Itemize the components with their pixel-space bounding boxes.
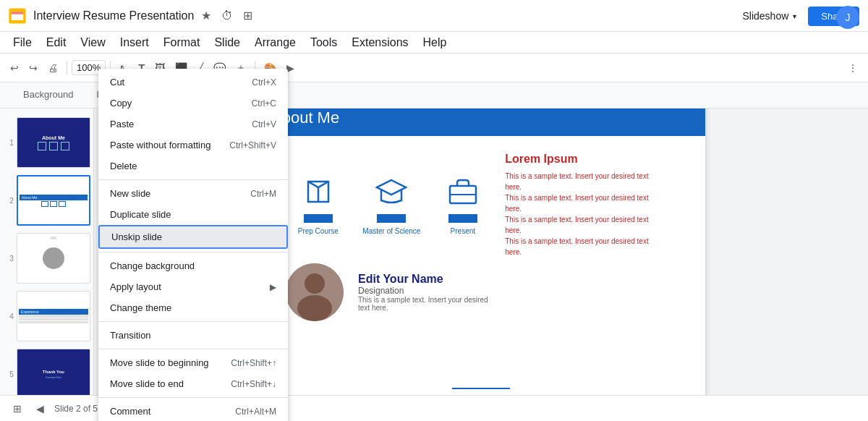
ctx-change-background[interactable]: Change background (98, 255, 288, 276)
toolbar-more[interactable]: ⋮ (843, 59, 862, 77)
menu-file[interactable]: File (6, 33, 39, 52)
ctx-divider-4 (98, 349, 288, 349)
slides-panel: 1 About Me 2 About Me (0, 109, 94, 421)
ctx-change-theme[interactable]: Change theme (98, 297, 288, 318)
profile-section: Edit Your Name Designation This is a sam… (257, 263, 705, 321)
slide-header: About Me (257, 109, 705, 136)
collapse-panel-btn[interactable]: ◀ (32, 400, 48, 417)
graduation-icon (373, 174, 409, 210)
profile-photo-area (286, 263, 344, 321)
icon-label-2: Master of Science (362, 227, 420, 235)
slide-icon-1: Prep Course (298, 174, 339, 235)
menu-edit[interactable]: Edit (39, 33, 74, 52)
menu-tools[interactable]: Tools (303, 33, 344, 52)
menu-slide[interactable]: Slide (207, 33, 247, 52)
ctx-duplicate-slide[interactable]: Duplicate slide (98, 204, 288, 225)
profile-text-area: Edit Your Name Designation This is a sam… (358, 273, 488, 312)
ctx-divider-1 (98, 179, 288, 180)
tab-background[interactable]: Background (12, 85, 85, 106)
ctx-unskip-slide[interactable]: Unskip slide (98, 225, 288, 249)
slide-2-number: 2 (3, 197, 14, 205)
ctx-comment[interactable]: Comment Ctrl+Alt+M (98, 401, 288, 421)
slide-icon-2: Master of Science (362, 174, 420, 235)
slide-5-number: 5 (3, 370, 14, 378)
icon-label-3: Present (451, 227, 475, 235)
title-area: Interview Resume Presentation ★ ⏱ ⊞ (33, 7, 255, 24)
svg-rect-2 (12, 12, 23, 14)
profile-sub-text: This is a sample text. Insert your desir… (358, 296, 488, 312)
slide-thumb-3[interactable] (17, 233, 90, 284)
book-icon (300, 174, 336, 210)
ctx-copy[interactable]: Copy Ctrl+C (98, 93, 288, 114)
svg-point-8 (297, 295, 332, 321)
header-actions: Slideshow ▾ Share J (736, 0, 868, 32)
icon-label-1: Prep Course (298, 227, 339, 235)
icon-bar-1 (304, 214, 333, 223)
icon-bar-2 (377, 214, 406, 223)
document-title: Interview Resume Presentation (33, 9, 194, 22)
lorem-text-4: This is a sample text. Insert your desir… (505, 236, 664, 258)
lorem-text-2: This is a sample text. Insert your desir… (505, 192, 664, 214)
ctx-delete[interactable]: Delete (98, 156, 288, 177)
ctx-divider-2 (98, 252, 288, 252)
lorem-title: Lorem Ipsum (505, 150, 664, 168)
menu-view[interactable]: View (73, 33, 112, 52)
star-icon[interactable]: ★ (198, 7, 214, 24)
menu-insert[interactable]: Insert (113, 33, 156, 52)
toolbar-print[interactable]: 🖨 (43, 59, 62, 77)
slide-thumb-2[interactable]: About Me (17, 175, 90, 226)
ctx-paste[interactable]: Paste Ctrl+V (98, 114, 288, 135)
icon-bar-3 (448, 214, 477, 223)
slides-view-btn[interactable]: ⊞ (9, 400, 26, 417)
ctx-transition[interactable]: Transition (98, 325, 288, 346)
move-to-drive-icon[interactable]: ⊞ (240, 7, 255, 24)
menu-bar: File Edit View Insert Format Slide Arran… (0, 32, 868, 54)
header-bar: Interview Resume Presentation ★ ⏱ ⊞ Slid… (0, 0, 868, 32)
user-avatar[interactable]: J (836, 6, 859, 29)
slideshow-dropdown-icon: ▾ (793, 12, 796, 20)
profile-designation[interactable]: Designation (358, 286, 488, 296)
briefcase-icon (445, 174, 481, 210)
menu-format[interactable]: Format (156, 33, 208, 52)
history-icon[interactable]: ⏱ (218, 8, 236, 24)
ctx-move-to-end[interactable]: Move slide to end Ctrl+Shift+↓ (98, 373, 288, 394)
lorem-text-1: This is a sample text. Insert your desir… (505, 171, 664, 192)
lorem-block: Lorem Ipsum This is a sample text. Inser… (505, 150, 664, 258)
slide-thumb-4[interactable]: Experience (17, 291, 90, 341)
slide-count-label: Slide 2 of 5 (54, 404, 98, 414)
slide-thumb-1[interactable]: About Me (17, 117, 90, 168)
toolbar-sep-1 (67, 61, 67, 75)
menu-help[interactable]: Help (416, 33, 454, 52)
toolbar-undo[interactable]: ↩ (6, 59, 23, 77)
slide-4-number: 4 (3, 312, 14, 320)
slide-thumb-5[interactable]: Thank You Contact Info (17, 349, 90, 399)
svg-point-7 (305, 273, 325, 294)
ctx-divider-5 (98, 397, 288, 398)
slide-1-number: 1 (3, 139, 14, 147)
menu-extensions[interactable]: Extensions (344, 33, 415, 52)
ctx-divider-3 (98, 321, 288, 322)
menu-arrange[interactable]: Arrange (247, 33, 303, 52)
lorem-text-3: This is a sample text. Insert your desir… (505, 214, 664, 236)
context-menu: Cut Ctrl+X Copy Ctrl+C Paste Ctrl+V Past… (98, 69, 288, 421)
profile-name[interactable]: Edit Your Name (358, 273, 488, 286)
slide-canvas[interactable]: About Me Prep Course (257, 109, 705, 395)
ctx-move-to-beginning[interactable]: Move slide to beginning Ctrl+Shift+↑ (98, 352, 288, 373)
app-logo (6, 4, 29, 27)
slide-icon-3: Present (445, 174, 481, 235)
ctx-paste-no-format[interactable]: Paste without formatting Ctrl+Shift+V (98, 135, 288, 156)
ctx-new-slide[interactable]: New slide Ctrl+M (98, 183, 288, 204)
toolbar-redo[interactable]: ↪ (25, 59, 42, 77)
slide-icons-row: Prep Course Master of Science (257, 136, 705, 263)
bottom-divider (452, 388, 510, 389)
ctx-apply-layout[interactable]: Apply layout ▶ (98, 276, 288, 297)
slideshow-button[interactable]: Slideshow ▾ (736, 7, 802, 25)
profile-photo (286, 263, 344, 321)
slide-3-number: 3 (3, 255, 14, 263)
ctx-cut[interactable]: Cut Ctrl+X (98, 72, 288, 93)
